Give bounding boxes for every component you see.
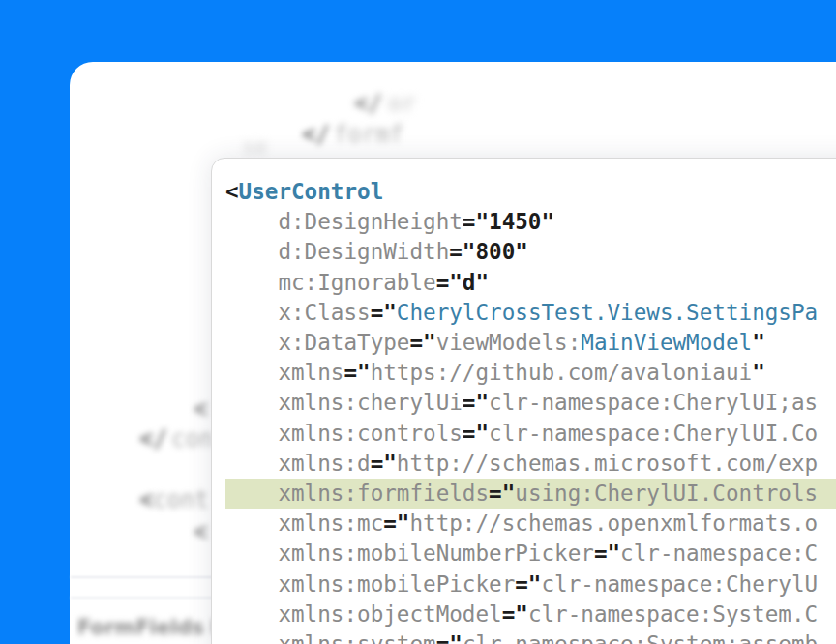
code-token: using:CherylUI.Controls xyxy=(515,481,818,506)
blurred-divider xyxy=(71,597,225,599)
code-line: <UserControl xyxy=(225,177,836,207)
code-line: xmlns:mobilePicker="clr-namespace:Cheryl… xyxy=(225,570,836,600)
code-line: xmlns:mobileNumberPicker="clr-namespace:… xyxy=(225,539,836,569)
code-line: x:DataType="viewModels:MainViewModel" xyxy=(225,328,836,358)
code-line: x:Class="CherylCrossTest.Views.SettingsP… xyxy=(225,298,836,328)
code-token: clr-namespace:CherylU xyxy=(541,571,818,597)
code-token: < xyxy=(225,179,239,204)
code-token: =" xyxy=(463,421,489,446)
code-token: clr-namespace:System;assemb xyxy=(463,631,818,644)
code-token: x:DataType xyxy=(225,330,409,355)
code-token: clr-namespace:C xyxy=(620,541,818,566)
code-lines: <UserControl d:DesignHeight="1450" d:Des… xyxy=(225,177,836,644)
code-token: CherylCrossTest.Views.SettingsPa xyxy=(397,300,818,325)
code-line: xmlns:d="http://schemas.microsoft.com/ex… xyxy=(225,449,836,479)
code-line: xmlns:system="clr-namespace:System;assem… xyxy=(225,629,836,644)
code-token: viewModels: xyxy=(436,330,582,355)
code-line: d:DesignHeight="1450" xyxy=(225,207,836,237)
code-token: http://schemas.microsoft.com/exp xyxy=(397,451,818,476)
blurred-divider xyxy=(71,576,225,578)
code-token: =" xyxy=(463,390,489,415)
code-token: " xyxy=(752,330,765,355)
code-token: MainViewModel xyxy=(581,330,752,355)
code-token: =" xyxy=(436,631,463,644)
code-line: xmlns:cherylUi="clr-namespace:CherylUI;a… xyxy=(225,388,836,418)
code-token: ="800" xyxy=(449,239,528,264)
code-token: x:Class xyxy=(225,300,371,325)
code-line-highlighted: xmlns:formfields="using:CherylUI.Control… xyxy=(225,479,836,509)
code-token: =" xyxy=(383,511,409,536)
code-line: mc:Ignorable="d" xyxy=(225,268,836,298)
code-token: xmlns:objectModel xyxy=(225,601,502,627)
code-token: clr-namespace:System.C xyxy=(528,601,818,627)
screenshot-root: { "colors": { "page_background": "#0680f… xyxy=(0,0,836,644)
code-line: d:DesignWidth="800" xyxy=(225,237,836,267)
code-panel: <UserControl d:DesignHeight="1450" d:Des… xyxy=(211,158,836,644)
code-token: ="d" xyxy=(436,270,489,295)
code-token: xmlns:system xyxy=(225,631,436,644)
code-token: https://github.com/avaloniaui xyxy=(371,360,752,385)
code-token: xmlns:mobileNumberPicker xyxy=(225,541,594,566)
code-token: =" xyxy=(371,300,397,325)
code-token: =" xyxy=(343,360,370,385)
code-line: xmlns:controls="clr-namespace:CherylUI.C… xyxy=(225,419,836,449)
code-token: xmlns:controls xyxy=(225,421,463,446)
code-token: xmlns:mc xyxy=(225,511,383,536)
code-token: xmlns xyxy=(225,360,343,385)
code-token: ="1450" xyxy=(463,209,554,234)
code-line: xmlns="https://github.com/avaloniaui" xyxy=(225,358,836,388)
code-token: mc:Ignorable xyxy=(225,270,436,295)
code-token: =" xyxy=(515,571,541,597)
code-token: " xyxy=(752,360,765,385)
code-token: d:DesignWidth xyxy=(225,239,449,264)
code-token: clr-namespace:CherylUI.Co xyxy=(489,421,818,446)
code-line: xmlns:objectModel="clr-namespace:System.… xyxy=(225,600,836,629)
code-token: =" xyxy=(489,481,515,506)
code-token: UserControl xyxy=(239,179,384,204)
code-token: http://schemas.openxmlformats.o xyxy=(409,511,818,536)
code-token: xmlns:mobilePicker xyxy=(225,571,515,597)
code-token: =" xyxy=(409,330,435,355)
code-token: xmlns:d xyxy=(225,451,371,476)
code-token: xmlns:formfields xyxy=(225,481,489,506)
code-token: =" xyxy=(502,601,528,627)
code-token: =" xyxy=(371,451,397,476)
code-token: clr-namespace:CherylUI;as xyxy=(489,390,818,415)
code-token: xmlns:cherylUi xyxy=(225,390,463,415)
code-token: =" xyxy=(594,541,620,566)
code-line: xmlns:mc="http://schemas.openxmlformats.… xyxy=(225,509,836,539)
code-token: d:DesignHeight xyxy=(225,209,463,234)
